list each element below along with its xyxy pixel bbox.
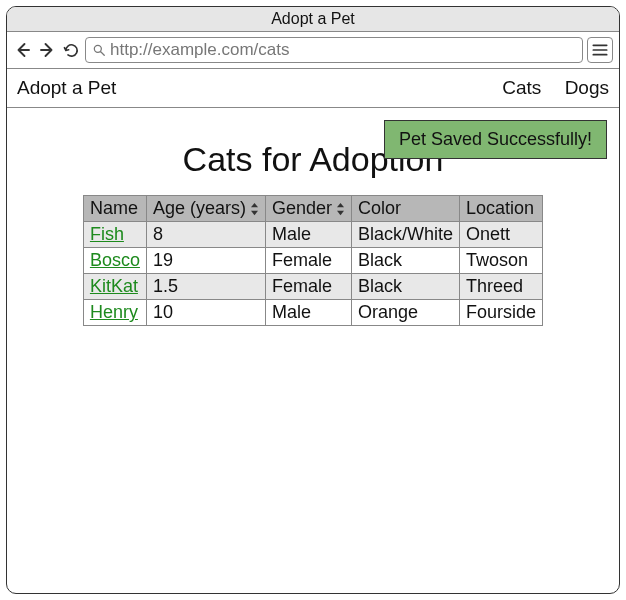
browser-window: Adopt a Pet http://example.com/cats Adop… (6, 6, 620, 594)
table-row: Henry 10 Male Orange Fourside (83, 300, 542, 326)
nav-links: Cats Dogs (484, 77, 609, 99)
cell-location: Threed (460, 274, 543, 300)
cell-gender: Female (265, 248, 351, 274)
col-name[interactable]: Name (83, 196, 146, 222)
cell-location: Twoson (460, 248, 543, 274)
pet-link[interactable]: Henry (90, 302, 138, 322)
nav-link-dogs[interactable]: Dogs (565, 77, 609, 98)
app-navbar: Adopt a Pet Cats Dogs (7, 69, 619, 108)
cell-gender: Male (265, 300, 351, 326)
cell-color: Black/White (352, 222, 460, 248)
nav-link-cats[interactable]: Cats (502, 77, 541, 98)
back-button[interactable] (13, 40, 33, 60)
menu-button[interactable] (587, 37, 613, 63)
pet-link[interactable]: Bosco (90, 250, 140, 270)
col-age[interactable]: Age (years) (146, 196, 265, 222)
cell-age: 8 (146, 222, 265, 248)
cell-gender: Female (265, 274, 351, 300)
pets-table: Name Age (years) Gender Color Location F… (83, 195, 543, 326)
table-body: Fish 8 Male Black/White Onett Bosco 19 F… (83, 222, 542, 326)
cell-location: Onett (460, 222, 543, 248)
url-bar[interactable]: http://example.com/cats (85, 37, 583, 63)
search-icon (92, 43, 106, 57)
url-text: http://example.com/cats (110, 40, 576, 60)
reload-button[interactable] (61, 40, 81, 60)
svg-point-0 (94, 45, 101, 52)
table-row: Fish 8 Male Black/White Onett (83, 222, 542, 248)
window-title: Adopt a Pet (271, 10, 355, 27)
col-location[interactable]: Location (460, 196, 543, 222)
window-titlebar: Adopt a Pet (7, 7, 619, 32)
pet-link[interactable]: Fish (90, 224, 124, 244)
page-content: Pet Saved Successfully! Cats for Adoptio… (7, 108, 619, 593)
sort-icon (336, 202, 345, 216)
sort-icon (250, 202, 259, 216)
success-toast: Pet Saved Successfully! (384, 120, 607, 159)
reload-icon (63, 42, 80, 59)
svg-line-1 (101, 52, 105, 56)
col-color[interactable]: Color (352, 196, 460, 222)
cell-color: Black (352, 248, 460, 274)
table-row: KitKat 1.5 Female Black Threed (83, 274, 542, 300)
table-row: Bosco 19 Female Black Twoson (83, 248, 542, 274)
pet-link[interactable]: KitKat (90, 276, 138, 296)
cell-location: Fourside (460, 300, 543, 326)
brand-title[interactable]: Adopt a Pet (17, 77, 484, 99)
cell-gender: Male (265, 222, 351, 248)
hamburger-icon (592, 43, 608, 57)
cell-age: 19 (146, 248, 265, 274)
cell-age: 1.5 (146, 274, 265, 300)
cell-age: 10 (146, 300, 265, 326)
arrow-left-icon (14, 41, 32, 59)
table-header-row: Name Age (years) Gender Color Location (83, 196, 542, 222)
cell-color: Orange (352, 300, 460, 326)
forward-button[interactable] (37, 40, 57, 60)
col-gender[interactable]: Gender (265, 196, 351, 222)
toast-message: Pet Saved Successfully! (399, 129, 592, 149)
cell-color: Black (352, 274, 460, 300)
browser-toolbar: http://example.com/cats (7, 32, 619, 69)
arrow-right-icon (38, 41, 56, 59)
